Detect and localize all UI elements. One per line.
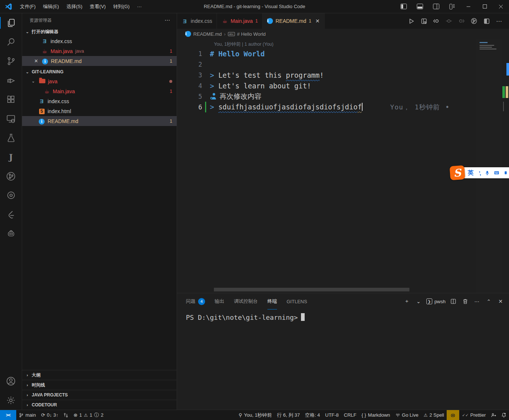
git-branch-status[interactable]: main <box>16 410 38 420</box>
breadcrumb-symbol[interactable]: # Hello World <box>237 31 266 37</box>
menu-goto[interactable]: 转到(G) <box>110 2 134 11</box>
sogou-ime-toolbar[interactable]: S 英 ’, <box>450 166 509 180</box>
tree-file-index-html[interactable]: 5 index.html <box>22 106 177 116</box>
remote-explorer-icon[interactable] <box>0 109 22 128</box>
menu-selection[interactable]: 选择(S) <box>63 2 86 11</box>
testing-icon[interactable] <box>0 128 22 147</box>
leetcode-icon[interactable] <box>0 205 22 224</box>
panel-tab-debug-console[interactable]: 调试控制台 <box>234 293 258 309</box>
extensions-icon[interactable] <box>0 90 22 109</box>
tree-file-index-css[interactable]: Ǝ index.css <box>22 96 177 106</box>
open-editor-readme-md[interactable]: ✕ i README.md 1 <box>22 56 177 66</box>
change-marker-icon[interactable] <box>443 15 454 27</box>
maximize-icon[interactable] <box>477 0 493 13</box>
previous-change-icon[interactable] <box>431 15 442 27</box>
account-icon[interactable] <box>0 371 22 391</box>
search-icon[interactable] <box>0 32 22 52</box>
blame-status[interactable]: ⚲You, 1秒钟前 <box>236 410 274 420</box>
close-tab-icon[interactable]: ✕ <box>315 18 320 24</box>
kill-terminal-icon[interactable] <box>461 297 469 306</box>
run-file-icon[interactable] <box>406 15 417 27</box>
close-editor-icon[interactable]: ✕ <box>33 58 39 64</box>
run-debug-icon[interactable] <box>0 71 22 90</box>
feedback-icon[interactable] <box>488 410 499 420</box>
explorer-icon[interactable] <box>0 13 22 32</box>
new-terminal-icon[interactable]: ＋ <box>403 297 411 306</box>
breadcrumb-file[interactable]: README.md <box>193 31 222 37</box>
language-mode-status[interactable]: { }Markdown <box>359 410 392 420</box>
toggle-secondary-sidebar-icon[interactable] <box>428 0 444 13</box>
split-terminal-icon[interactable] <box>449 297 457 306</box>
project-root-header[interactable]: ⌄ GIT-LEARNING <box>22 67 177 76</box>
remote-indicator[interactable]: >< <box>0 410 16 420</box>
encoding-status[interactable]: UTF-8 <box>323 410 342 420</box>
ai-assistant-icon[interactable] <box>0 224 22 243</box>
panel-tab-terminal[interactable]: 终端 <box>267 293 277 309</box>
customize-layout-icon[interactable] <box>444 0 460 13</box>
gitlens-graph-icon[interactable] <box>468 15 479 27</box>
panel-more-icon[interactable]: ⋯ <box>473 297 481 306</box>
terminal-profile[interactable]: ❯ pwsh <box>426 298 446 304</box>
settings-gear-icon[interactable] <box>0 391 22 410</box>
open-editor-main-java[interactable]: ☕ Main.java java 1 <box>22 46 177 56</box>
cursor-position-status[interactable]: 行 6, 列 37 <box>274 410 302 420</box>
tree-file-main-java[interactable]: ☕ Main.java 1 <box>22 86 177 96</box>
scrollbar-slider[interactable] <box>503 102 504 111</box>
close-panel-icon[interactable]: ✕ <box>496 297 505 306</box>
tree-file-readme-md[interactable]: i README.md 1 <box>22 116 177 126</box>
maximize-panel-icon[interactable]: ⌃ <box>485 297 493 306</box>
menu-view[interactable]: 查看(V) <box>86 2 109 11</box>
sync-status[interactable]: ⟳0↓ 3↑ <box>38 410 61 420</box>
tab-readme-md[interactable]: i README.md 1 ✕ <box>263 13 325 29</box>
section-timeline[interactable]: ›时间线 <box>22 380 177 390</box>
toggle-panel-icon[interactable] <box>412 0 428 13</box>
next-change-icon[interactable] <box>456 15 467 27</box>
indentation-status[interactable]: 空格: 4 <box>302 410 322 420</box>
markdown-preview-icon[interactable] <box>418 15 429 27</box>
toggle-sidebar-icon[interactable] <box>395 0 412 13</box>
explorer-more-actions-icon[interactable]: ⋯ <box>165 17 171 24</box>
more-actions-icon[interactable]: ⋯ <box>494 15 505 27</box>
terminal-dropdown-icon[interactable]: ⌄ <box>415 297 423 306</box>
open-editors-header[interactable]: ⌄ 打开的编辑器 <box>22 27 177 36</box>
panel-tab-output[interactable]: 输出 <box>215 293 224 309</box>
ime-toolbox-icon[interactable] <box>504 170 507 176</box>
source-control-icon[interactable] <box>0 52 22 71</box>
menu-more[interactable]: ··· <box>133 2 145 11</box>
notifications-bell-icon[interactable] <box>499 410 509 420</box>
chevron-right-icon: › <box>24 373 30 377</box>
ai-copilot-status[interactable] <box>447 410 459 420</box>
titlebar: 文件(F) 编辑(E) 选择(S) 查看(V) 转到(G) ··· README… <box>0 0 509 13</box>
gitlens-codelens[interactable]: You, 1秒钟前 | 1 author (You) <box>214 41 273 48</box>
tab-main-java[interactable]: ☕ Main.java 1 <box>217 13 263 29</box>
problems-status[interactable]: ⊗1 ⚠1 ⓘ2 <box>71 410 106 420</box>
open-editor-index-css[interactable]: Ǝ index.css <box>22 36 177 46</box>
ime-voice-icon[interactable] <box>485 170 489 176</box>
ime-language-mode[interactable]: 英 <box>468 169 474 177</box>
gitlens-icon[interactable] <box>0 167 22 186</box>
gradle-icon[interactable] <box>0 186 22 205</box>
close-window-icon[interactable] <box>493 0 509 13</box>
git-compare-status[interactable] <box>61 410 71 420</box>
sogou-logo-icon[interactable]: S <box>450 165 465 181</box>
tree-folder-java[interactable]: ⌄ java <box>22 76 177 86</box>
horizontal-scrollbar[interactable] <box>214 288 409 291</box>
ime-punctuation-toggle[interactable]: ’, <box>479 170 480 176</box>
section-codetour[interactable]: ›CODETOUR <box>22 400 177 410</box>
java-project-manager-icon[interactable]: J <box>0 147 22 167</box>
split-editor-icon[interactable] <box>481 15 492 27</box>
section-java-projects[interactable]: ›JAVA PROJECTS <box>22 390 177 400</box>
tab-index-css[interactable]: Ǝ index.css <box>177 13 217 29</box>
section-outline[interactable]: ›大纲 <box>22 370 177 380</box>
ime-keyboard-icon[interactable] <box>494 170 499 175</box>
menu-edit[interactable]: 编辑(E) <box>39 2 63 11</box>
eol-status[interactable]: CRLF <box>341 410 359 420</box>
spell-checker-status[interactable]: ⚠2 Spell <box>421 410 447 420</box>
terminal-output[interactable]: PS D:\git\note\git-learning> <box>177 309 509 410</box>
menu-file[interactable]: 文件(F) <box>16 2 39 11</box>
prettier-status[interactable]: 🗸🗸Prettier <box>459 410 488 420</box>
panel-tab-problems[interactable]: 问题 4 <box>186 293 205 309</box>
panel-tab-gitlens[interactable]: GITLENS <box>287 293 307 309</box>
minimize-icon[interactable] <box>460 0 477 13</box>
go-live-status[interactable]: Go Live <box>393 410 421 420</box>
